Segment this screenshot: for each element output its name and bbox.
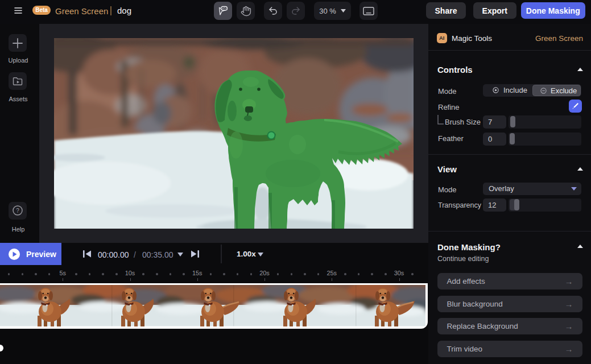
svg-text:?: ? [16, 208, 19, 214]
